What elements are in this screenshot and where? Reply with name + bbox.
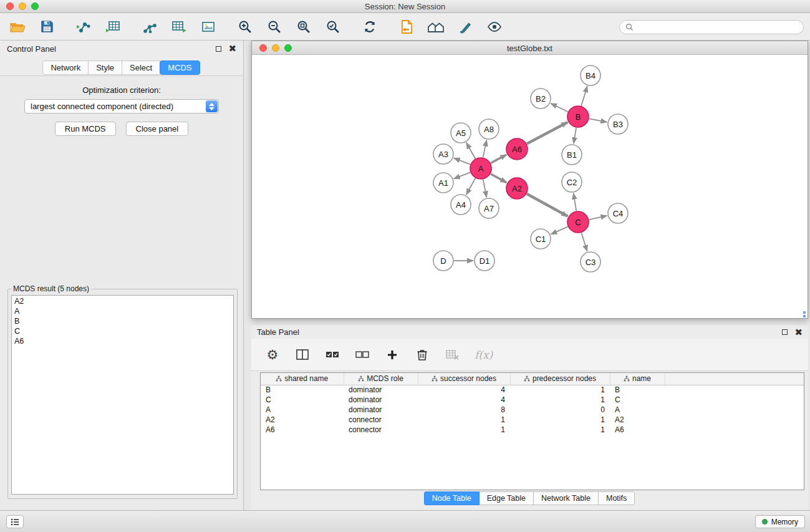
apply-layout-button[interactable] xyxy=(360,16,380,37)
node-C[interactable]: C xyxy=(567,211,589,233)
style-brush-button[interactable] xyxy=(455,16,475,37)
delete-column-button[interactable] xyxy=(415,346,430,364)
node-C4[interactable]: C4 xyxy=(608,203,628,223)
open-session-button[interactable] xyxy=(7,16,27,37)
column-header-shared-name[interactable]: shared name xyxy=(261,373,344,385)
edge-A-A3[interactable] xyxy=(454,158,470,164)
edge-A-A5[interactable] xyxy=(466,143,475,159)
edge-B-B2[interactable] xyxy=(551,104,568,112)
table-row[interactable]: A6connector11A6 xyxy=(261,425,804,435)
column-header-predecessor-nodes[interactable]: predecessor nodes xyxy=(510,373,610,385)
result-item[interactable]: A2 xyxy=(14,296,231,306)
table-row[interactable]: A2connector11A2 xyxy=(261,415,804,425)
close-panel-icon[interactable]: ✖ xyxy=(228,46,236,52)
zoom-in-button[interactable] xyxy=(235,16,255,37)
first-neighbors-button[interactable] xyxy=(397,16,417,37)
edge-B-B3[interactable] xyxy=(589,118,607,122)
node-C2[interactable]: C2 xyxy=(562,172,582,192)
optimization-criterion-dropdown[interactable]: largest connected component (directed) xyxy=(24,99,219,114)
edge-C-C3[interactable] xyxy=(581,233,587,251)
add-column-button[interactable] xyxy=(385,346,400,364)
edge-A-A1[interactable] xyxy=(454,172,470,178)
node-A8[interactable]: A8 xyxy=(479,119,499,139)
node-A[interactable]: A xyxy=(470,158,491,179)
edge-A-A7[interactable] xyxy=(483,180,487,198)
function-builder-button[interactable]: f(x) xyxy=(475,346,493,364)
table-row[interactable]: Cdominator41C xyxy=(261,395,804,405)
node-A4[interactable]: A4 xyxy=(451,195,471,215)
tab-network[interactable]: Network xyxy=(42,60,89,75)
table-row[interactable]: Adominator80A xyxy=(261,405,804,415)
search-input[interactable] xyxy=(637,22,798,32)
float-table-panel-icon[interactable] xyxy=(782,329,788,335)
column-header-successor-nodes[interactable]: successor nodes xyxy=(418,373,510,385)
network-overview-button[interactable] xyxy=(426,16,446,37)
network-graph[interactable]: B4B2BB3A5A8A6B1A3AC2A1A2A4A7C4CC1C3DD1 xyxy=(252,55,808,318)
memory-button[interactable]: Memory xyxy=(755,515,805,528)
edge-A6-B[interactable] xyxy=(527,122,567,144)
close-panel-button[interactable]: Close panel xyxy=(126,122,189,136)
node-B1[interactable]: B1 xyxy=(562,145,582,165)
edge-A-A4[interactable] xyxy=(466,178,476,195)
node-C1[interactable]: C1 xyxy=(531,229,551,249)
import-table-button[interactable] xyxy=(103,16,123,37)
edge-B-B1[interactable] xyxy=(574,128,576,143)
float-panel-icon[interactable] xyxy=(216,46,221,52)
zoom-fit-button[interactable] xyxy=(294,16,314,37)
table-settings-button[interactable]: ⚙ xyxy=(265,346,280,364)
import-network-button[interactable] xyxy=(74,16,94,37)
network-canvas[interactable]: B4B2BB3A5A8A6B1A3AC2A1A2A4A7C4CC1C3DD1 xyxy=(252,55,808,318)
node-A1[interactable]: A1 xyxy=(433,173,453,193)
zoom-selected-button[interactable] xyxy=(323,16,343,37)
delete-table-button[interactable] xyxy=(445,346,460,364)
export-table-button[interactable] xyxy=(169,16,189,37)
table-row[interactable]: Bdominator41B xyxy=(261,385,804,395)
new-network-button[interactable] xyxy=(140,16,160,37)
node-B4[interactable]: B4 xyxy=(581,65,600,85)
show-columns-button[interactable] xyxy=(295,346,310,364)
edge-B-B4[interactable] xyxy=(581,86,587,106)
tab-select[interactable]: Select xyxy=(122,60,160,75)
tab-mcds[interactable]: MCDS xyxy=(160,60,200,75)
node-D1[interactable]: D1 xyxy=(475,251,494,271)
edge-C-C1[interactable] xyxy=(551,226,567,234)
node-A7[interactable]: A7 xyxy=(479,198,499,218)
show-hide-panel-button[interactable] xyxy=(485,16,504,37)
node-B2[interactable]: B2 xyxy=(531,89,551,109)
node-B3[interactable]: B3 xyxy=(608,114,628,134)
node-A6[interactable]: A6 xyxy=(506,138,528,160)
close-table-panel-icon[interactable]: ✖ xyxy=(794,329,803,336)
export-image-button[interactable] xyxy=(198,16,218,37)
zoom-out-button[interactable] xyxy=(264,16,284,37)
result-item[interactable]: A xyxy=(14,306,231,316)
result-item[interactable]: A6 xyxy=(14,336,231,346)
edge-A-A8[interactable] xyxy=(483,140,487,158)
edge-C-C2[interactable] xyxy=(574,193,576,211)
tab-motifs[interactable]: Motifs xyxy=(598,491,635,505)
node-C3[interactable]: C3 xyxy=(581,252,600,272)
node-B[interactable]: B xyxy=(567,106,589,127)
result-item[interactable]: C xyxy=(14,326,231,336)
task-history-button[interactable] xyxy=(6,515,24,528)
tab-node-table[interactable]: Node Table xyxy=(424,491,480,505)
select-all-button[interactable] xyxy=(325,346,340,364)
result-item[interactable]: B xyxy=(14,316,231,326)
edge-A2-C[interactable] xyxy=(527,194,568,216)
deselect-all-button[interactable] xyxy=(355,346,370,364)
edge-A-A6[interactable] xyxy=(491,155,506,163)
node-D[interactable]: D xyxy=(433,251,453,271)
node-A5[interactable]: A5 xyxy=(451,123,471,143)
column-header-name[interactable]: name xyxy=(610,373,665,385)
run-mcds-button[interactable]: Run MCDS xyxy=(55,122,116,136)
edge-A-A2[interactable] xyxy=(491,174,507,183)
edge-C-C4[interactable] xyxy=(589,216,607,220)
save-session-button[interactable] xyxy=(37,16,57,37)
node-A2[interactable]: A2 xyxy=(506,178,528,199)
network-window-titlebar[interactable]: testGlobe.txt xyxy=(252,41,808,55)
node-A3[interactable]: A3 xyxy=(433,144,453,164)
tab-style[interactable]: Style xyxy=(88,60,122,75)
tab-edge-table[interactable]: Edge Table xyxy=(479,491,534,505)
tab-network-table[interactable]: Network Table xyxy=(533,491,599,505)
window-resize-grip[interactable] xyxy=(803,311,807,317)
column-header-mcds-role[interactable]: MCDS role xyxy=(344,373,418,385)
